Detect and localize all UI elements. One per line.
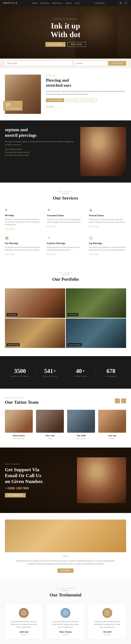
subscribe-button[interactable]: Subscribe	[57, 568, 74, 573]
cart-icon[interactable]: 🛒	[124, 1, 128, 5]
badge-number: 25	[6, 102, 20, 107]
team-member-tim-cook: Tim Cook Tattoo	[36, 410, 64, 439]
lip-piercings-name: Lip Piercings	[89, 242, 126, 245]
testimonial-text-maria: Lorem ipsum dolor sit amet consectetur a…	[51, 620, 81, 628]
septum-link2[interactable]: Piercings(Nostra,Septum and Lip)	[5, 151, 75, 153]
nav-home[interactable]: Home	[32, 2, 37, 4]
dot-1[interactable]	[63, 556, 64, 557]
piercings-name: Piercings	[5, 214, 42, 217]
read-more-button[interactable]: READ MORE	[67, 42, 86, 47]
lip-piercings-link[interactable]: Read us Today	[89, 254, 99, 255]
appointment-button[interactable]: APPOINTMENT	[45, 42, 66, 47]
team-name-maria: Maria Henry	[5, 434, 33, 437]
location-input[interactable]	[74, 61, 107, 66]
eyebrow-piercings-link[interactable]: Read us Today	[47, 254, 57, 255]
septum-link3[interactable]: Piercing has the available content	[5, 154, 75, 156]
team-member-maria: Maria Henry Piercing specialist	[5, 410, 33, 439]
portfolio-label: Our Works	[5, 272, 126, 274]
septum-link1[interactable]: New Traditional Tattoo	[5, 148, 75, 150]
team-label: Meet Our Team	[5, 397, 39, 399]
team-name-tim-cook: Tim Cook	[36, 434, 64, 437]
service-unwanted-tattoo: ✦ Unwanted Tattoo A tattoo is a form of …	[47, 207, 84, 230]
nav-portfolio[interactable]: Portfolio	[52, 2, 63, 4]
portfolio-item-eyebrow[interactable]: Eyebrow Piercing	[66, 318, 126, 348]
stat-label-piercing: Piercing Done	[39, 376, 62, 377]
ear-piercings-name: Ear Piercings	[5, 242, 42, 245]
team-prev-button[interactable]: ←	[115, 398, 120, 404]
septum-content: septum andnostril piercings Best place f…	[5, 127, 75, 157]
support-phone: +1800 100 900	[5, 486, 70, 490]
portfolio-label-nostril: Nostril Piercing	[7, 343, 20, 346]
testimonial-section: Clients Speak Our Testimonial Lorem ipsu…	[0, 580, 131, 644]
septum-image	[80, 127, 126, 176]
piercings-desc: Piercings is a form of body art or body …	[5, 218, 42, 226]
piercings-link[interactable]: Read us Today	[5, 228, 15, 230]
portfolio-item-ear[interactable]: Ear Piercing	[66, 288, 126, 318]
testimonial-tim: Lorem ipsum dolor sit amet consectetur a…	[88, 604, 126, 640]
tag-intimacy[interactable]: Intimacy & Piercings	[46, 98, 64, 102]
nav-about[interactable]: About	[66, 2, 72, 4]
portrait-tattoo-name: Portrait Tattoo	[89, 214, 126, 217]
portrait-tattoo-link[interactable]: Read us Today	[89, 226, 99, 227]
portrait-tattoo-icon: ◈	[89, 207, 126, 213]
unwanted-tattoo-name: Unwanted Tattoo	[47, 214, 84, 217]
hero-section: Tattoo & Piercing Ink it upWith dot APPO…	[0, 6, 131, 58]
slider-image	[5, 520, 126, 552]
slider-dots	[5, 556, 126, 557]
septum-section: septum andnostril piercings Best place f…	[0, 120, 131, 182]
tag-google[interactable]: Piercing Google	[66, 98, 80, 102]
dot-2[interactable]	[65, 556, 66, 557]
piercing-section: 25 Years of Experience Piercing Piercing…	[0, 68, 131, 120]
stat-num-piercing: 541+	[39, 368, 62, 374]
piercing-title: Piercing andstretched ears	[46, 78, 126, 88]
stat-label-customers: Happy Customers	[8, 376, 32, 377]
piercing-read-more[interactable]: Read More	[46, 105, 54, 107]
nav-services[interactable]: Services	[40, 2, 49, 4]
tag-google2[interactable]: Piercing Google	[82, 98, 97, 102]
stat-label-678: Customers	[99, 376, 123, 377]
unwanted-tattoo-desc: A tattoo is a form of body art or body m…	[47, 218, 84, 224]
portfolio-label-lip: Lip Piercing	[7, 313, 17, 316]
search-icon[interactable]: 🔍	[119, 1, 122, 5]
team-avatar-maria	[5, 410, 33, 433]
header-nav: Home Services Portfolio About Blog	[32, 2, 80, 4]
nav-blog[interactable]: Blog	[75, 2, 80, 4]
portfolio-grid: Lip Piercing Ear Piercing Nostril Pierci…	[5, 288, 126, 348]
testimonial-role-maria: Customer	[51, 634, 81, 636]
team-role-maria: Piercing specialist	[5, 438, 33, 439]
unwanted-tattoo-link[interactable]: Read us Today	[47, 226, 57, 227]
service-portrait-tattoo: ◈ Portrait Tattoo Portrait tattoo is a t…	[89, 207, 126, 230]
ear-piercings-link[interactable]: Read us Today	[5, 254, 15, 255]
portrait-tattoo-desc: Portrait tattoo is a type of photorealis…	[89, 218, 126, 224]
service-eyebrow-piercings: ✧ Eyebrow Piercings Eyebrow piercings ar…	[47, 235, 84, 256]
badge-label: Years of Experience	[6, 107, 20, 109]
support-title: Get Support ViaEmail Or Call Uson Given …	[5, 467, 70, 484]
portfolio-item-lip[interactable]: Lip Piercing	[5, 288, 65, 318]
testimonial-role-aokh: Customer	[9, 634, 39, 636]
stat-customers: 3500 Happy Customers	[5, 364, 35, 380]
stat-team: 40+ Expert Team	[66, 364, 96, 380]
support-button[interactable]: GET CONNECTED	[5, 493, 26, 498]
team-next-button[interactable]: →	[121, 398, 126, 404]
portfolio-section: Our Works Our Portfolio Lip Piercing Ear…	[0, 264, 131, 356]
header-icons: 🔍 🛒	[119, 1, 128, 5]
slider-section: Piercing became more popular at the turn…	[0, 513, 131, 580]
header: PRINCELY Home Services Portfolio About B…	[0, 0, 131, 6]
support-tag: Best Support	[5, 463, 70, 465]
piercing-badge: 25 Years of Experience	[3, 101, 23, 110]
search-input[interactable]	[5, 61, 72, 66]
testimonial-name-aokh: Aokh Amn	[9, 631, 39, 633]
header-phone: +1 800 100 900	[94, 2, 105, 4]
eyebrow-piercings-desc: Eyebrow piercings are surface piercings …	[47, 246, 84, 251]
team-role-aok-ann: Piercing	[98, 438, 126, 439]
piercing-image-wrap: 25 Years of Experience	[5, 74, 41, 114]
services-grid: ♦ Piercings Piercings is a form of body …	[5, 207, 126, 256]
team-member-tim-abell: Tim Abell Tattoo specialist	[67, 410, 95, 439]
hero-title: Ink it upWith dot	[45, 22, 86, 39]
septum-title: septum andnostril piercings	[5, 127, 75, 138]
testimonial-aokh: Lorem ipsum dolor sit amet consectetur a…	[5, 604, 43, 640]
portfolio-item-nostril[interactable]: Nostril Piercing	[5, 318, 65, 348]
team-header: Meet Our Team Our Tattoo Team ← →	[5, 397, 126, 405]
search-button[interactable]: LOOK NOW	[108, 61, 126, 66]
dot-3[interactable]	[67, 556, 68, 557]
